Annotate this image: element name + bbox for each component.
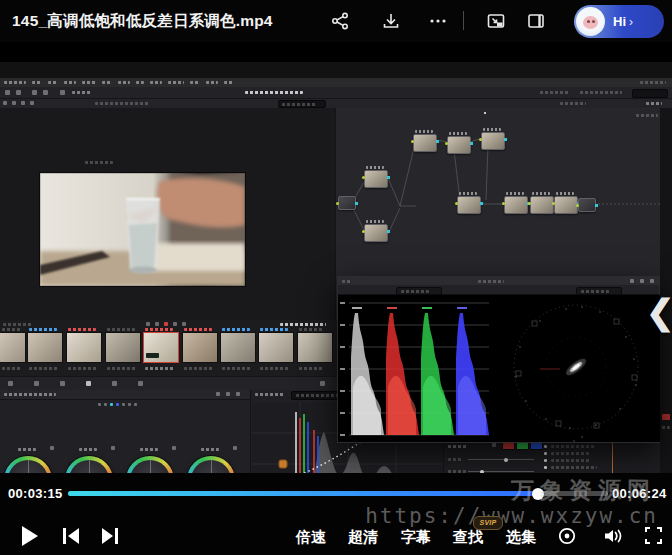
corrector-node[interactable] bbox=[504, 196, 528, 214]
parade-mode-dropdown[interactable] bbox=[396, 287, 442, 295]
timeline-clip[interactable] bbox=[105, 332, 141, 363]
editor-menubar bbox=[0, 78, 672, 87]
timeline-clip[interactable] bbox=[0, 332, 26, 363]
chevron-right-icon: › bbox=[629, 15, 633, 29]
vectorscope-mode-dropdown[interactable] bbox=[576, 287, 622, 295]
share-icon[interactable] bbox=[330, 11, 350, 31]
rgb-parade-scope bbox=[339, 295, 491, 442]
pip-icon[interactable] bbox=[486, 11, 506, 31]
video-frame-screencast: ❮ bbox=[0, 42, 672, 473]
maximize-icon[interactable] bbox=[640, 279, 644, 283]
video-title: 145_高调低饱和低反差日系调色.mp4 bbox=[12, 11, 273, 32]
editor-toolbar bbox=[0, 87, 672, 99]
timeline-clip[interactable] bbox=[297, 332, 333, 363]
watermark-site-url: https://www.wxzyw.cn bbox=[365, 504, 658, 528]
progress-fill bbox=[68, 491, 538, 496]
watermark-site-name: 万象资源网 bbox=[511, 475, 656, 506]
timeline-clip[interactable] bbox=[27, 332, 63, 363]
download-icon[interactable] bbox=[381, 11, 401, 31]
svip-badge: SVIP bbox=[473, 516, 503, 530]
quality-button[interactable]: 超清 bbox=[348, 528, 378, 547]
corrector-node[interactable] bbox=[364, 224, 388, 242]
source-node[interactable] bbox=[338, 196, 356, 210]
previous-button[interactable] bbox=[60, 527, 82, 549]
video-preview bbox=[40, 173, 245, 286]
avatar-greeting: Hi bbox=[613, 14, 626, 29]
scopes-window bbox=[337, 276, 660, 443]
volume-icon[interactable] bbox=[602, 526, 624, 550]
avatar bbox=[576, 7, 605, 36]
corrector-node[interactable] bbox=[457, 196, 481, 214]
side-panel-toggle-arrow[interactable]: ❮ bbox=[646, 292, 672, 332]
minimize-icon[interactable] bbox=[630, 279, 634, 283]
param-slider[interactable] bbox=[468, 459, 534, 460]
corrector-node[interactable] bbox=[364, 170, 388, 188]
timeline-clip[interactable] bbox=[182, 332, 218, 363]
dock-window-icon[interactable] bbox=[526, 11, 546, 31]
video-player-window: 145_高调低饱和低反差日系调色.mp4 bbox=[0, 0, 672, 555]
editor-window bbox=[0, 78, 672, 473]
player-topbar: 145_高调低饱和低反差日系调色.mp4 bbox=[0, 0, 672, 42]
corrector-node[interactable] bbox=[447, 136, 471, 154]
close-icon[interactable] bbox=[650, 279, 654, 283]
scopes-titlebar[interactable] bbox=[338, 277, 659, 285]
param-slider[interactable] bbox=[468, 471, 534, 472]
viewer-panel bbox=[0, 108, 335, 320]
timeline-clip[interactable] bbox=[66, 332, 102, 363]
search-button[interactable]: 查找 bbox=[453, 528, 483, 547]
timeline-clip[interactable] bbox=[258, 332, 294, 363]
topbar-divider bbox=[463, 11, 464, 30]
corrector-node[interactable] bbox=[554, 196, 578, 214]
target-circle-icon[interactable] bbox=[557, 526, 577, 550]
corrector-node[interactable] bbox=[413, 134, 437, 152]
corrector-node[interactable] bbox=[530, 196, 554, 214]
fullscreen-icon[interactable] bbox=[644, 526, 663, 549]
playback-speed-button[interactable]: 倍速 bbox=[296, 528, 326, 547]
vectorscope bbox=[491, 295, 660, 442]
timeline-clip[interactable] bbox=[220, 332, 256, 363]
play-button[interactable] bbox=[18, 525, 40, 551]
more-icon[interactable] bbox=[428, 11, 448, 31]
current-time: 00:03:15 bbox=[8, 486, 62, 501]
account-avatar-pill[interactable]: Hi › bbox=[574, 5, 664, 38]
next-button[interactable] bbox=[99, 527, 121, 549]
output-node[interactable] bbox=[578, 198, 596, 212]
playlist-button[interactable]: 选集 bbox=[506, 528, 536, 547]
timeline-clip-selected[interactable] bbox=[143, 332, 179, 363]
subtitles-button[interactable]: 字幕 bbox=[401, 528, 431, 547]
corrector-node[interactable] bbox=[481, 132, 505, 150]
